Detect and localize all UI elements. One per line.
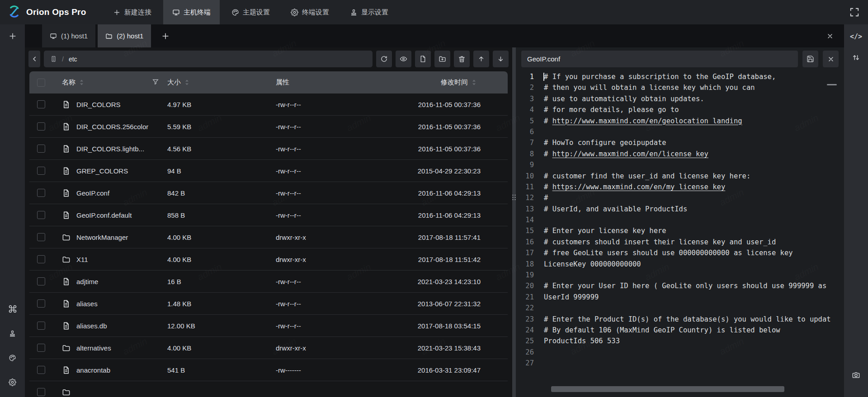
horizontal-scrollbar-thumb[interactable] xyxy=(551,386,784,392)
url-link[interactable]: https://www.maxmind.com/en/my_license_ke… xyxy=(552,183,726,191)
new-tab-button[interactable] xyxy=(157,24,174,47)
nav-item-4[interactable]: 终端设置 xyxy=(282,0,338,24)
line-text: # customer find the user_id and license … xyxy=(534,171,750,182)
file-attr: -rw-r--r-- xyxy=(276,189,408,197)
vertical-scrollbar-thumb[interactable] xyxy=(827,84,837,85)
sort-name-icon[interactable] xyxy=(80,79,84,86)
nav-item-2[interactable]: 主机终端 xyxy=(163,0,220,24)
nav-item-label: 终端设置 xyxy=(302,8,329,17)
close-editor-icon[interactable] xyxy=(823,51,839,67)
filename-input[interactable]: GeoIP.conf xyxy=(521,51,798,67)
file-attr: -rw-r--r-- xyxy=(276,123,408,131)
session-tab-1[interactable]: (1) host1 xyxy=(42,24,95,47)
file-row-aliases[interactable]: aliases1.48 KB-rw-r--r--2013-06-07 22:31… xyxy=(29,293,508,315)
file-attr: drwxr-xr-x xyxy=(276,256,408,263)
file-row-DIR_COLORS.lightb...[interactable]: DIR_COLORS.lightb...4.56 KB-rw-r--r--201… xyxy=(29,138,508,160)
select-all-checkbox[interactable] xyxy=(37,79,45,87)
nav-item-1[interactable]: 新建连接 xyxy=(104,0,160,24)
row-checkbox[interactable] xyxy=(37,100,45,108)
nav-item-3[interactable]: 主题设置 xyxy=(222,0,279,24)
file-editor-panel: GeoIP.conf 1# If you purchase a subscrip… xyxy=(516,47,844,397)
file-row-adjtime[interactable]: adjtime16 B-rw-r--r--2021-03-23 14:23:10 xyxy=(29,271,508,293)
line-text xyxy=(534,270,544,280)
file-row-GREP_COLORS[interactable]: GREP_COLORS94 B-rw-r--r--2015-04-29 22:3… xyxy=(29,160,508,182)
breadcrumb-segment[interactable]: etc xyxy=(69,56,77,63)
sidebar-plus-button[interactable] xyxy=(7,30,19,42)
file-row-alternatives[interactable]: alternatives4.00 KBdrwxr-xr-x2021-03-23 … xyxy=(29,337,508,359)
session-tab-2[interactable]: (2) host1 xyxy=(98,24,151,47)
file-size: 4.00 KB xyxy=(167,344,276,352)
eye-icon xyxy=(400,55,407,63)
right-toolbar-top: </> xyxy=(850,31,862,72)
code-editor[interactable]: 1# If you purchase a subscription to the… xyxy=(521,71,839,397)
file-row-DIR_COLORS[interactable]: DIR_COLORS4.97 KB-rw-r--r--2016-11-05 00… xyxy=(29,93,508,116)
filter-icon[interactable] xyxy=(152,78,159,87)
url-link[interactable]: http://www.maxmind.com/en/license_key xyxy=(552,150,708,158)
file-name: GeoIP.conf xyxy=(76,189,109,197)
code-line-25: 25ProductIds 506 533 xyxy=(521,336,839,346)
row-checkbox[interactable] xyxy=(37,322,45,330)
row-checkbox[interactable] xyxy=(37,211,45,219)
file-row-GeoIP.conf.default[interactable]: GeoIP.conf.default858 B-rw-r--r--2016-11… xyxy=(29,204,508,226)
file-row-DIR_COLORS.256color[interactable]: DIR_COLORS.256color5.59 KB-rw-r--r--2016… xyxy=(29,116,508,138)
line-text xyxy=(534,159,544,170)
right-toolbar-code-button[interactable]: </> xyxy=(850,31,862,42)
row-checkbox[interactable] xyxy=(37,366,45,374)
breadcrumb[interactable]: / etc xyxy=(44,51,373,67)
top-nav-menu: 新建连接主机终端主题设置终端设置显示设置 xyxy=(104,0,400,24)
editor-toolbar: GeoIP.conf xyxy=(521,51,839,67)
session-tab-bar: (1) host1(2) host1 xyxy=(25,24,844,47)
eye-button[interactable] xyxy=(396,51,411,67)
row-checkbox[interactable] xyxy=(37,167,45,175)
row-checkbox[interactable] xyxy=(37,255,45,263)
fullscreen-icon[interactable] xyxy=(848,6,861,19)
close-panel-icon[interactable] xyxy=(823,24,837,47)
nav-item-label: 新建连接 xyxy=(124,8,151,17)
line-number: 24 xyxy=(521,325,534,336)
file-row-NetworkManager[interactable]: NetworkManager4.00 KBdrwxr-xr-x2017-08-1… xyxy=(29,226,508,248)
save-button[interactable] xyxy=(802,51,818,67)
sort-mtime-icon[interactable] xyxy=(472,79,476,86)
file-row-anacrontab[interactable]: anacrontab541 B-rw-------2016-03-31 23:0… xyxy=(29,359,508,381)
right-toolbar-camera-button[interactable] xyxy=(850,369,862,381)
sidebar-command-button[interactable] xyxy=(7,303,19,315)
upload-button[interactable] xyxy=(473,51,489,67)
refresh-button[interactable] xyxy=(376,51,392,67)
line-text: # http://www.maxmind.com/en/license_key xyxy=(534,149,708,159)
folder-add-button[interactable] xyxy=(434,51,450,67)
row-checkbox[interactable] xyxy=(37,299,45,308)
file-row-aliases.db[interactable]: aliases.db12.00 KB-rw-r--r--2017-08-18 0… xyxy=(29,315,508,337)
plus-icon xyxy=(113,9,121,16)
trash-button[interactable] xyxy=(454,51,470,67)
row-checkbox[interactable] xyxy=(37,145,45,153)
sidebar-palette-button[interactable] xyxy=(7,352,19,364)
sidebar-gear-button[interactable] xyxy=(7,376,19,388)
gear-icon xyxy=(291,9,298,16)
folder-icon xyxy=(62,233,71,242)
download-button[interactable] xyxy=(493,51,509,67)
line-number: 6 xyxy=(521,126,534,137)
left-sidebar xyxy=(0,24,25,397)
row-checkbox[interactable] xyxy=(37,277,45,285)
panel-splitter[interactable] xyxy=(512,47,516,397)
url-link[interactable]: http://www.maxmind.com/en/geolocation_la… xyxy=(552,117,742,125)
row-checkbox[interactable] xyxy=(37,122,45,131)
row-checkbox[interactable] xyxy=(37,388,45,396)
code-line-21: 21UserId 999999 xyxy=(521,292,839,303)
row-checkbox[interactable] xyxy=(37,189,45,197)
right-toolbar-swap-vertical-button[interactable] xyxy=(850,51,862,63)
file-row-X11[interactable]: X114.00 KBdrwxr-xr-x2017-08-18 11:51:42 xyxy=(29,248,508,271)
file-row-GeoIP.conf[interactable]: GeoIP.conf842 B-rw-r--r--2016-11-06 04:2… xyxy=(29,182,508,204)
back-button[interactable] xyxy=(28,51,40,67)
file-mtime: 2015-04-29 22:30:23 xyxy=(408,167,508,175)
sidebar-stamp-button[interactable] xyxy=(7,327,19,339)
row-checkbox[interactable] xyxy=(37,344,45,352)
sort-size-icon[interactable] xyxy=(185,79,189,86)
code-line-13: 13# UserId, and available ProductIds xyxy=(521,204,839,215)
file-size: 4.56 KB xyxy=(167,145,276,153)
file-blank-button[interactable] xyxy=(415,51,431,67)
row-checkbox[interactable] xyxy=(37,233,45,241)
line-text: UserId 999999 xyxy=(534,292,599,303)
file-row-partial-14[interactable] xyxy=(29,381,508,397)
nav-item-5[interactable]: 显示设置 xyxy=(341,0,397,24)
